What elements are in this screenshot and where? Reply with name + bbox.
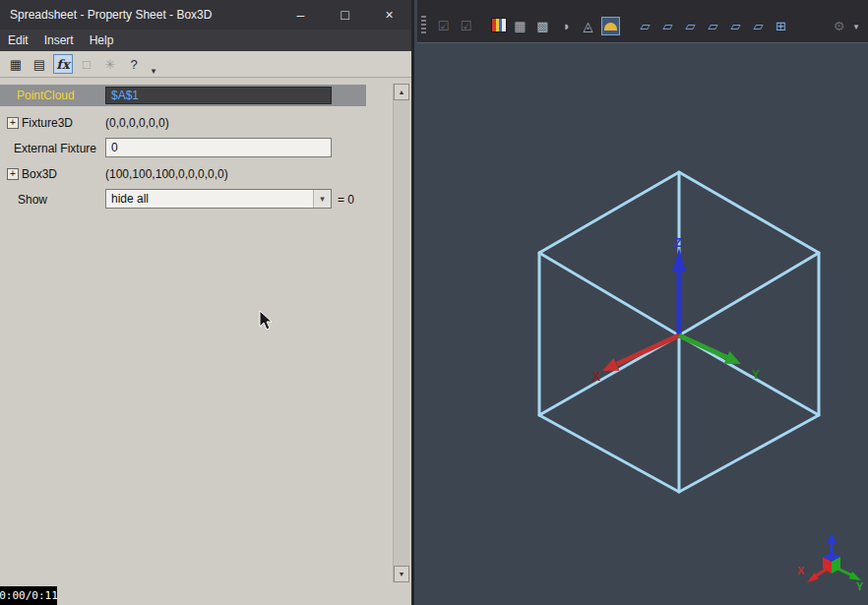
scroll-down-icon[interactable]: ▼ (394, 566, 409, 582)
image-toggle-icon-1[interactable]: ☑ (434, 17, 453, 35)
view-plane-icon-6[interactable]: ▱ (749, 17, 768, 35)
gear-icon[interactable]: ⚙ (830, 17, 848, 35)
property-value-box3d: (100,100,100,0,0,0,0,0) (105, 167, 228, 181)
view-plane-icon-1[interactable]: ▱ (636, 17, 654, 35)
toolbar-right-group: ⚙ ▾ (830, 17, 862, 35)
sphere-view-icon[interactable]: ◑ (556, 17, 575, 35)
view-plane-icon-3[interactable]: ▱ (681, 17, 700, 35)
property-sheet-window: Spreadsheet - Property Sheet - Box3D – □… (0, 0, 414, 605)
maximize-button[interactable]: □ (323, 0, 367, 30)
triad-y-label: Y (856, 580, 864, 592)
help-icon[interactable]: ? (124, 54, 144, 74)
function-editor-icon[interactable]: fx (53, 54, 73, 74)
expand-icon-box3d[interactable]: + (7, 168, 19, 180)
menu-help[interactable]: Help (90, 33, 114, 47)
snap-cells-icon[interactable]: ✳ (100, 54, 120, 74)
show-dropdown-value: hide all (111, 192, 149, 206)
close-button[interactable]: × (367, 0, 411, 30)
view-fit-icon[interactable]: ⊞ (772, 17, 790, 35)
vertical-scrollbar[interactable]: ▲ ▼ (393, 84, 409, 582)
z-axis-label: Z (674, 235, 682, 250)
expand-icon-fixture3d[interactable]: + (7, 117, 19, 129)
spreadsheet-view-icon[interactable]: ▦ (6, 54, 26, 74)
property-label-external-fixture: External Fixture (14, 142, 96, 155)
height-map-view-icon[interactable] (601, 17, 620, 35)
x-axis-label: X (592, 370, 600, 384)
show-result-value: = 0 (338, 193, 354, 207)
toolbar-overflow-icon[interactable]: ▾ (850, 17, 862, 35)
mouse-cursor (259, 310, 275, 332)
recording-timer: 0:00/0:11 (0, 586, 57, 605)
property-sheet: PointCloud $A$1 + Fixture3D (0,0,0,0,0,0… (0, 79, 411, 605)
viewport-3d[interactable]: Z X Y (417, 43, 868, 605)
pointcloud-cell-reference-input[interactable]: $A$1 (105, 87, 332, 104)
viewport-pane: ☑ ☑ ▦ ▩ ◑ ◬ ▱ ▱ ▱ ▱ ▱ ▱ ⊞ ⚙ ▾ (417, 0, 868, 605)
property-label-show: Show (18, 193, 47, 207)
3d-scene: Z X Y (417, 43, 868, 605)
menubar: Edit Insert Help (0, 30, 411, 51)
zoom-region-icon[interactable]: □ (77, 54, 96, 74)
show-dropdown[interactable]: hide all ▾ (105, 189, 332, 209)
viewport-toolbar: ☑ ☑ ▦ ▩ ◑ ◬ ▱ ▱ ▱ ▱ ▱ ▱ ⊞ ⚙ ▾ (417, 0, 868, 43)
triad-x-label: X (797, 565, 805, 576)
property-row-pointcloud[interactable]: PointCloud $A$1 (0, 85, 366, 106)
app-root: Spreadsheet - Property Sheet - Box3D – □… (0, 0, 868, 605)
window-title: Spreadsheet - Property Sheet - Box3D (10, 8, 212, 22)
external-fixture-input[interactable] (105, 138, 332, 157)
terrain-view-icon[interactable]: ◬ (579, 17, 597, 35)
point-grid-icon[interactable]: ▦ (511, 17, 529, 35)
orientation-triad: X Y (797, 533, 864, 592)
toolbar-overflow-icon[interactable]: ▾ (148, 65, 159, 77)
color-map-icon[interactable] (491, 18, 507, 32)
menu-insert[interactable]: Insert (44, 33, 74, 47)
property-row-fixture3d[interactable]: + Fixture3D (0,0,0,0,0,0) (0, 112, 397, 134)
titlebar: Spreadsheet - Property Sheet - Box3D – □… (0, 0, 411, 30)
toolbar-grip-handle[interactable] (421, 16, 426, 35)
window-toolbar: ▦ ▤ fx □ ✳ ? ▾ (0, 51, 411, 78)
minimize-button[interactable]: – (279, 0, 323, 30)
view-plane-icon-4[interactable]: ▱ (704, 17, 722, 35)
scroll-up-icon[interactable]: ▲ (394, 84, 409, 100)
property-row-box3d[interactable]: + Box3D (100,100,100,0,0,0,0,0) (0, 163, 397, 185)
property-row-external-fixture[interactable]: External Fixture (0, 138, 397, 159)
y-axis-label: Y (752, 368, 760, 382)
cell-reference-value: $A$1 (111, 89, 139, 102)
table-view-icon[interactable]: ▤ (30, 54, 49, 74)
mesh-view-icon[interactable]: ▩ (533, 17, 552, 35)
image-toggle-icon-2[interactable]: ☑ (457, 17, 475, 35)
property-label-fixture3d: Fixture3D (22, 116, 73, 130)
property-label-box3d: Box3D (22, 167, 57, 181)
view-plane-icon-5[interactable]: ▱ (726, 17, 745, 35)
menu-edit[interactable]: Edit (8, 33, 29, 47)
window-controls: – □ × (279, 0, 411, 30)
property-label-pointcloud: PointCloud (17, 89, 75, 102)
chevron-down-icon[interactable]: ▾ (313, 190, 331, 208)
z-axis: Z (672, 235, 686, 335)
property-value-fixture3d: (0,0,0,0,0,0) (105, 116, 169, 130)
view-plane-icon-2[interactable]: ▱ (658, 17, 677, 35)
property-row-show[interactable]: Show hide all ▾ = 0 (0, 189, 397, 211)
